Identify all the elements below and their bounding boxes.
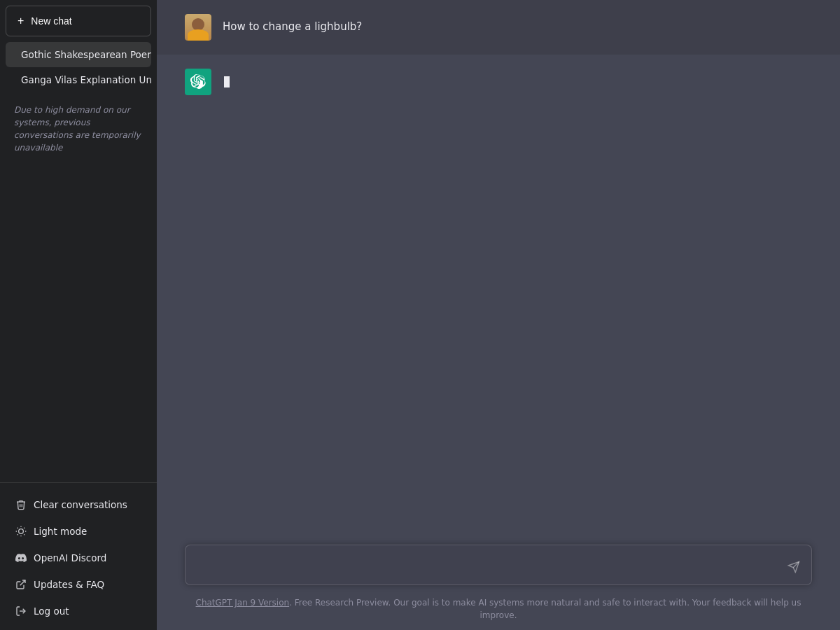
chat-item-2[interactable]: Ganga Vilas Explanation Unkn — [6, 67, 151, 92]
updates-faq-label: Updates & FAQ — [34, 579, 104, 590]
user-avatar — [185, 14, 211, 41]
discord-label: OpenAI Discord — [34, 552, 106, 564]
updates-faq-button[interactable]: Updates & FAQ — [6, 571, 151, 598]
logout-button[interactable]: Log out — [6, 598, 151, 624]
external-link-icon — [15, 579, 27, 590]
svg-point-0 — [19, 529, 24, 534]
new-chat-label: New chat — [31, 15, 71, 27]
ai-avatar — [185, 69, 211, 95]
chat-list: Gothic Shakespearean Poem Ganga Vilas Ex… — [6, 42, 151, 92]
user-message: How to change a lighbulb? — [157, 0, 840, 55]
user-message-text: How to change a lighbulb? — [223, 14, 362, 35]
input-area — [157, 533, 840, 591]
new-chat-button[interactable]: + New chat — [6, 6, 151, 36]
send-button[interactable] — [783, 556, 804, 578]
light-mode-button[interactable]: Light mode — [6, 518, 151, 545]
ai-message-text — [223, 69, 230, 90]
chatgpt-logo — [190, 74, 206, 90]
logout-icon — [15, 606, 27, 617]
chat-item-1[interactable]: Gothic Shakespearean Poem — [6, 42, 151, 67]
chat-item-2-label: Ganga Vilas Explanation Unkn — [21, 74, 151, 85]
main-content: How to change a lighbulb? — [157, 0, 840, 630]
footer: ChatGPT Jan 9 Version. Free Research Pre… — [157, 591, 840, 630]
logout-label: Log out — [34, 606, 69, 617]
svg-line-3 — [18, 528, 18, 528]
footer-description: . Free Research Preview. Our goal is to … — [289, 598, 801, 620]
sidebar-bottom: Clear conversations Light mode OpenAI — [0, 486, 157, 630]
discord-button[interactable]: OpenAI Discord — [6, 545, 151, 571]
sun-icon — [15, 526, 27, 537]
light-mode-label: Light mode — [34, 526, 87, 537]
send-icon — [788, 561, 800, 573]
sidebar-top: + New chat Gothic Shakespearean Poem Gan… — [0, 0, 157, 479]
svg-line-7 — [18, 534, 18, 535]
messages-list: How to change a lighbulb? — [157, 0, 840, 533]
typing-cursor — [224, 76, 230, 88]
discord-icon — [15, 552, 27, 564]
svg-line-9 — [20, 580, 25, 585]
user-avatar-image — [185, 14, 211, 41]
chat-item-1-label: Gothic Shakespearean Poem — [21, 49, 151, 60]
plus-icon: + — [18, 15, 24, 27]
footer-version-link[interactable]: ChatGPT Jan 9 Version — [196, 598, 290, 608]
svg-line-4 — [24, 534, 24, 535]
unavailable-message: Due to high demand on our systems, previ… — [6, 98, 151, 160]
input-wrapper — [185, 545, 812, 585]
clear-conversations-button[interactable]: Clear conversations — [6, 491, 151, 518]
clear-conversations-label: Clear conversations — [34, 499, 127, 510]
sidebar-divider — [0, 482, 157, 483]
chat-input[interactable] — [186, 545, 811, 582]
trash-icon — [15, 499, 27, 510]
sidebar: + New chat Gothic Shakespearean Poem Gan… — [0, 0, 157, 630]
ai-message — [157, 55, 840, 109]
svg-line-8 — [24, 528, 24, 528]
